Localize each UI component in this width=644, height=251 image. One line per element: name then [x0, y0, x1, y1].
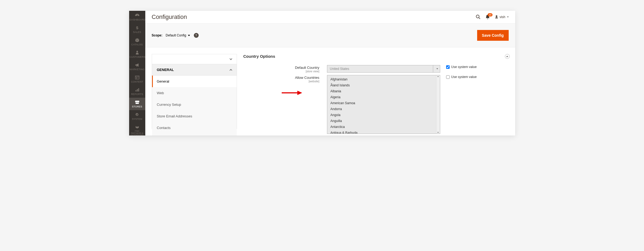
nav-label: FIND PARTNERS & EXTENSIONS [130, 130, 145, 135]
nav-label: CUSTOMERS [130, 56, 145, 58]
nav-content[interactable]: CONTENT [129, 73, 145, 85]
notification-badge: 48 [488, 13, 493, 16]
gear-icon [130, 112, 145, 117]
nav-label: SALES [130, 31, 145, 33]
country-option[interactable]: Afghanistan [327, 76, 436, 82]
svg-point-10 [476, 15, 479, 18]
admin-panel: DASHBOARD $ SALES CATALOG CUSTOMERS MARK… [129, 11, 515, 135]
nav-stores[interactable]: STORES [129, 98, 145, 110]
chevron-down-icon [229, 57, 232, 60]
use-system-checkbox[interactable] [446, 65, 450, 69]
svg-rect-4 [135, 76, 139, 79]
nav-system[interactable]: SYSTEM [129, 110, 145, 123]
allow-countries-multiselect[interactable]: Afghanistan Åland Islands Albania Algeri… [327, 75, 440, 134]
use-system-allow-countries[interactable]: Use system value [440, 75, 477, 79]
country-option[interactable]: Antarctica [327, 124, 436, 130]
username: vish [500, 15, 505, 19]
chevron-down-icon [507, 16, 509, 18]
help-icon[interactable]: ? [194, 33, 199, 38]
country-option[interactable]: Antigua & Barbuda [327, 130, 436, 134]
multiselect-list: Afghanistan Åland Islands Albania Algeri… [327, 75, 436, 134]
nav-label: CATALOG [130, 43, 145, 46]
nav-label: REPORTS [130, 93, 145, 96]
nav-dashboard[interactable]: DASHBOARD [129, 11, 145, 23]
nav-label: SYSTEM [130, 118, 145, 120]
nav-partners[interactable]: FIND PARTNERS & EXTENSIONS [129, 123, 145, 135]
field-hint: [website] [243, 80, 319, 83]
dollar-icon: $ [130, 25, 145, 30]
config-sub-reports[interactable]: Reports [152, 134, 237, 135]
scope-selector[interactable]: Default Config [166, 33, 190, 37]
label-default-country: Default Country [store view] [243, 65, 327, 73]
nav-reports[interactable]: REPORTS [129, 85, 145, 98]
nav-sales[interactable]: $ SALES [129, 23, 145, 36]
scope-label: Scope: [152, 33, 163, 37]
multiselect-scrollbar[interactable] [436, 75, 440, 134]
use-system-label: Use system value [451, 65, 477, 69]
config-sub-general[interactable]: General [152, 76, 237, 87]
main-content: Configuration 48 vish Scope: Default Con… [145, 11, 515, 135]
nav-catalog[interactable]: CATALOG [129, 36, 145, 48]
store-icon [130, 100, 145, 105]
barchart-icon [130, 87, 145, 92]
config-content: GENERAL General Web Currency Setup Store… [145, 48, 515, 135]
scope-value-text: Default Config [166, 33, 186, 37]
use-system-checkbox[interactable] [446, 75, 450, 79]
handshake-icon [130, 125, 145, 130]
nav-label: DASHBOARD [130, 18, 145, 21]
box-icon [130, 38, 145, 43]
field-label: Allow Countries [295, 76, 319, 80]
save-config-button[interactable]: Save Config [477, 30, 509, 41]
svg-text:$: $ [136, 26, 138, 30]
config-form: Country Options Default Country [store v… [243, 54, 509, 129]
gauge-icon [130, 13, 145, 18]
svg-point-12 [496, 15, 497, 17]
config-sub-contacts[interactable]: Contacts [152, 122, 237, 134]
country-option[interactable]: Åland Islands [327, 82, 436, 88]
config-nav: GENERAL General Web Currency Setup Store… [152, 54, 237, 129]
topbar: Configuration 48 vish [145, 11, 515, 23]
page-title: Configuration [152, 13, 187, 21]
user-menu[interactable]: vish [495, 15, 508, 19]
country-option[interactable]: Albania [327, 88, 436, 94]
use-system-default-country[interactable]: Use system value [440, 65, 477, 69]
chevron-down-icon [433, 65, 440, 73]
label-allow-countries: Allow Countries [website] [243, 75, 327, 83]
row-allow-countries: Allow Countries [website] Afghanistan Ål… [243, 75, 509, 134]
admin-sidebar: DASHBOARD $ SALES CATALOG CUSTOMERS MARK… [129, 11, 145, 135]
country-option[interactable]: Andorra [327, 106, 436, 112]
person-icon [130, 50, 145, 55]
country-option[interactable]: Algeria [327, 94, 436, 100]
field-hint: [store view] [243, 70, 319, 73]
country-option[interactable]: Anguilla [327, 118, 436, 124]
megaphone-icon [130, 63, 145, 67]
default-country-select[interactable]: United States [327, 65, 440, 73]
section-title: Country Options [243, 54, 509, 59]
config-nav-collapse[interactable] [152, 54, 237, 64]
country-option[interactable]: American Samoa [327, 100, 436, 106]
nav-label: MARKETING [130, 68, 145, 71]
search-icon[interactable] [476, 15, 481, 19]
svg-marker-14 [297, 91, 302, 95]
country-option[interactable]: Angola [327, 112, 436, 118]
chevron-down-icon [188, 35, 190, 36]
notification-icon[interactable]: 48 [485, 15, 490, 19]
config-group-general[interactable]: GENERAL [152, 64, 237, 76]
config-sub-currency[interactable]: Currency Setup [152, 99, 237, 110]
svg-rect-8 [137, 89, 138, 91]
red-arrow-annotation [281, 90, 302, 96]
use-system-label: Use system value [451, 75, 477, 79]
chevron-up-icon [229, 69, 232, 72]
field-label: Default Country [295, 66, 319, 70]
nav-label: STORES [130, 105, 145, 108]
nav-marketing[interactable]: MARKETING [129, 60, 145, 73]
config-sub-web[interactable]: Web [152, 87, 237, 99]
svg-line-11 [479, 18, 480, 19]
layout-icon [130, 75, 145, 80]
config-sub-store-email[interactable]: Store Email Addresses [152, 110, 237, 122]
row-default-country: Default Country [store view] United Stat… [243, 65, 509, 73]
section-collapse-icon[interactable] [505, 54, 510, 59]
control-default-country: United States [327, 65, 440, 73]
nav-customers[interactable]: CUSTOMERS [129, 48, 145, 60]
svg-point-3 [136, 51, 138, 52]
